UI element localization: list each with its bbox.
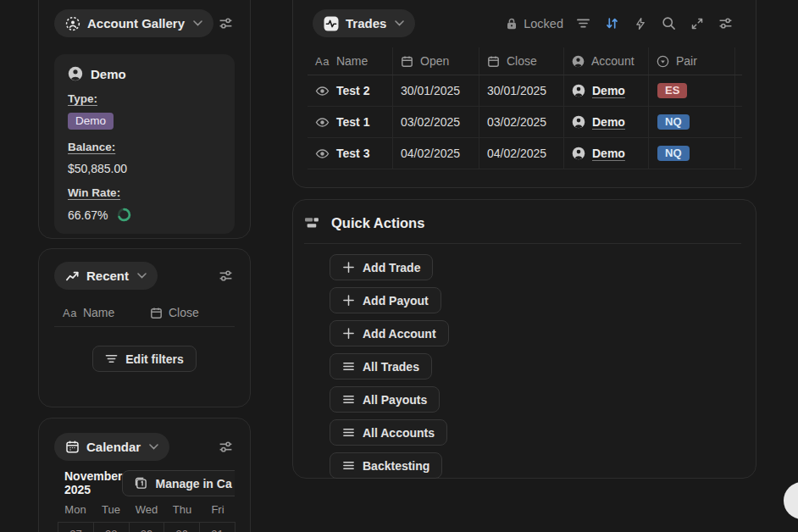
menu-icon — [342, 426, 355, 439]
calendar-icon — [401, 55, 413, 68]
account-name: Demo — [91, 67, 126, 81]
divider — [54, 326, 235, 327]
chevron-down-icon — [193, 20, 202, 26]
recent-column-close[interactable]: Close — [150, 306, 199, 319]
eye-icon[interactable] — [315, 84, 330, 98]
win-rate-label: Win Rate: — [68, 186, 221, 199]
add-payout-button[interactable]: Add Payout — [330, 287, 441, 313]
column-header-pair[interactable]: Pair — [649, 47, 735, 75]
all-trades-button[interactable]: All Trades — [330, 353, 432, 380]
menu-icon — [342, 393, 355, 406]
lightning-icon — [634, 17, 647, 30]
recent-settings-button[interactable] — [217, 267, 235, 285]
person-icon — [68, 66, 83, 81]
add-account-button[interactable]: Add Account — [330, 320, 449, 346]
filter-button[interactable] — [574, 14, 592, 32]
trade-open-cell[interactable]: 30/01/2025 — [393, 75, 479, 106]
search-button[interactable] — [660, 14, 678, 32]
calendar-day-cell[interactable]: 31 — [200, 523, 236, 532]
eye-icon[interactable] — [315, 147, 330, 161]
stack-icon — [304, 215, 320, 231]
add-trade-button[interactable]: Add Trade — [330, 254, 433, 280]
trade-partial-cell[interactable] — [735, 75, 742, 106]
trades-table: Aa Name Open — [308, 47, 742, 169]
eye-icon[interactable] — [315, 115, 330, 130]
calendar-settings-button[interactable] — [217, 438, 235, 456]
automations-button[interactable] — [632, 15, 649, 32]
trade-account-cell[interactable]: Demo — [564, 107, 649, 137]
trade-name-cell[interactable]: Test 3 — [308, 138, 393, 169]
account-card-demo[interactable]: Demo Type: Demo Balance: $50,885.00 Win … — [54, 54, 235, 234]
filter-icon — [576, 16, 590, 30]
expand-icon — [690, 17, 704, 30]
trade-partial-cell[interactable] — [735, 138, 742, 169]
trade-account-cell[interactable]: Demo — [564, 138, 649, 169]
calendar-day-cell[interactable]: 30 — [164, 523, 200, 532]
lock-icon — [505, 17, 518, 30]
search-icon — [662, 16, 676, 30]
pulse-chart-icon — [324, 16, 339, 31]
expand-button[interactable] — [689, 15, 706, 32]
backtesting-button[interactable]: Backtesting — [330, 452, 442, 479]
day-header: Thu — [164, 503, 200, 516]
sort-button[interactable] — [603, 14, 621, 32]
recent-card: Recent Aa Name — [38, 248, 251, 407]
floating-action-button[interactable] — [784, 482, 798, 519]
trade-close-cell[interactable]: 04/02/2025 — [479, 138, 564, 169]
account-gallery-card: Account Gallery Demo — [38, 0, 251, 239]
filter-icon — [105, 352, 118, 365]
calendar-month-label: November 2025 — [54, 470, 122, 496]
all-accounts-button[interactable]: All Accounts — [330, 419, 447, 446]
trades-card: Trades Locked — [292, 0, 756, 188]
trade-partial-cell[interactable] — [735, 107, 742, 137]
win-rate-ring — [117, 208, 131, 222]
calendar-icon — [150, 307, 163, 319]
locked-indicator[interactable]: Locked — [505, 17, 563, 30]
trade-close-cell[interactable]: 03/02/2025 — [479, 107, 564, 137]
trade-close-cell[interactable]: 30/01/2025 — [479, 75, 564, 106]
menu-icon — [342, 459, 355, 472]
trade-open-cell[interactable]: 03/02/2025 — [393, 107, 479, 137]
all-payouts-button[interactable]: All Payouts — [330, 386, 440, 413]
day-header: Fri — [200, 503, 236, 516]
view-settings-button[interactable] — [717, 14, 734, 32]
calendar-day-cell[interactable]: 29 — [130, 523, 165, 532]
column-header-close[interactable]: Close — [479, 47, 564, 75]
trade-pair-cell[interactable]: NQ — [649, 107, 735, 137]
quick-actions-title: Quick Actions — [331, 215, 424, 231]
day-header: Tue — [93, 503, 129, 516]
select-icon — [657, 55, 669, 68]
column-header-partial[interactable] — [735, 47, 742, 75]
win-rate-value: 66.67% — [68, 208, 108, 222]
column-header-name[interactable]: Aa Name — [308, 47, 393, 75]
trade-account-cell[interactable]: Demo — [564, 75, 649, 106]
pair-badge: ES — [657, 83, 687, 98]
sliders-icon — [219, 269, 233, 283]
trades-view-button[interactable]: Trades — [313, 9, 415, 37]
trade-name-cell[interactable]: Test 2 — [308, 75, 393, 106]
manage-in-calendar-button[interactable]: Manage in Ca — [122, 470, 235, 496]
trade-pair-cell[interactable]: ES — [649, 75, 735, 106]
recent-column-name[interactable]: Aa Name — [63, 306, 150, 319]
column-header-account[interactable]: Account — [564, 47, 649, 75]
day-header: Wed — [129, 503, 164, 516]
dashboard: Account Gallery Demo — [0, 0, 798, 532]
trade-open-cell[interactable]: 04/02/2025 — [393, 138, 479, 169]
calendar-view-button[interactable]: Calendar — [54, 433, 169, 461]
column-header-open[interactable]: Open — [393, 47, 479, 75]
sliders-icon — [718, 16, 733, 30]
account-gallery-view-button[interactable]: Account Gallery — [54, 9, 213, 37]
edit-filters-button[interactable]: Edit filters — [92, 346, 196, 372]
trade-name-cell[interactable]: Test 1 — [308, 107, 393, 137]
calendar-manage-icon — [135, 477, 147, 490]
calendar-day-cell[interactable]: 27 — [58, 523, 94, 532]
account-gallery-settings-button[interactable] — [217, 14, 235, 32]
type-badge: Demo — [68, 113, 114, 130]
trade-pair-cell[interactable]: NQ — [649, 138, 735, 169]
trades-view-label: Trades — [346, 16, 386, 30]
calendar-grid: 27 28 29 30 31 — [58, 522, 236, 532]
recent-view-button[interactable]: Recent — [54, 262, 158, 290]
calendar-day-cell[interactable]: 28 — [94, 523, 130, 532]
divider — [304, 243, 741, 244]
text-type-icon: Aa — [63, 307, 77, 319]
